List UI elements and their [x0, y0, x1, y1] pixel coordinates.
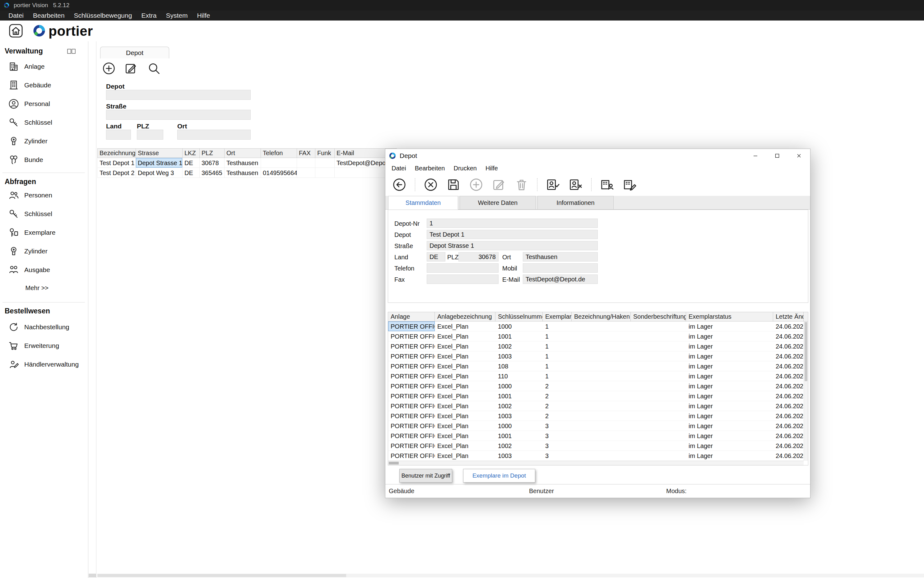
table-row[interactable]: Test Depot 2 Depot Weg 3 DE 365465 Testh…	[97, 168, 397, 178]
email-input[interactable]	[523, 274, 598, 284]
edit-icon[interactable]	[492, 177, 506, 192]
filter-ort-input[interactable]	[177, 130, 251, 140]
sidebar-item[interactable]: Zylinder	[0, 132, 88, 151]
add-icon[interactable]	[469, 177, 483, 192]
tab-weitere-daten[interactable]: Weitere Daten	[460, 196, 536, 209]
horizontal-scrollbar[interactable]	[97, 574, 924, 577]
user-access-add-icon[interactable]	[546, 177, 560, 192]
horizontal-scrollbar[interactable]	[388, 461, 804, 465]
column-header[interactable]: Anlagebezeichnung	[435, 312, 495, 321]
table-row[interactable]: PORTIER OFFICE Excel_Plan 1001 3 im Lage…	[388, 431, 808, 441]
panel-toggle-icon[interactable]	[67, 48, 76, 55]
tab-depot[interactable]: Depot	[100, 47, 169, 58]
sidebar-item[interactable]: Personen	[0, 186, 88, 205]
land-input[interactable]	[427, 252, 445, 261]
table-row[interactable]: PORTIER OFFICE Excel_Plan 1003 2 im Lage…	[388, 411, 808, 421]
column-header[interactable]: Bezeichnung	[97, 149, 136, 158]
filter-depot-input[interactable]	[106, 90, 251, 100]
more-link[interactable]: Mehr >>	[26, 284, 49, 292]
vertical-scrollbar-thumb[interactable]	[805, 322, 807, 381]
add-depot-button[interactable]	[102, 62, 116, 75]
sidebar-item[interactable]: Personal	[0, 94, 88, 113]
close-button[interactable]	[792, 151, 806, 161]
table-row[interactable]: Test Depot 1 Depot Strasse 1 DE 30678 Te…	[97, 158, 397, 168]
column-header[interactable]: PLZ	[200, 149, 224, 158]
table-row[interactable]: PORTIER OFFICE Excel_Plan 1001 1 im Lage…	[388, 331, 808, 341]
sidebar-item[interactable]: Nachbestellung	[0, 318, 88, 336]
depot-input[interactable]	[427, 230, 598, 239]
tab-stammdaten[interactable]: Stammdaten	[388, 196, 458, 209]
column-header[interactable]: Telefon	[261, 149, 297, 158]
depot-nr-input[interactable]	[427, 219, 598, 228]
mobil-input[interactable]	[523, 263, 598, 273]
table-row[interactable]: PORTIER OFFICE Excel_Plan 110 1 im Lager…	[388, 371, 808, 381]
maximize-button[interactable]	[770, 151, 784, 161]
column-header[interactable]: LKZ	[183, 149, 200, 158]
filter-plz-input[interactable]	[137, 130, 163, 140]
sidebar-item[interactable]: Ausgabe	[0, 261, 88, 279]
column-header[interactable]: Letzte Ände	[773, 312, 804, 321]
home-button[interactable]	[9, 24, 23, 38]
column-header[interactable]: Exemplarstatus	[686, 312, 773, 321]
strasse-input[interactable]	[427, 241, 598, 250]
plz-input[interactable]	[458, 252, 499, 261]
sidebar-item[interactable]: Erweiterung	[0, 336, 88, 355]
sidebar-item[interactable]: Händlerverwaltung	[0, 355, 88, 374]
depot-edit-icon[interactable]	[623, 177, 637, 192]
menu-item[interactable]: Bearbeiten	[28, 11, 69, 21]
menu-item[interactable]: Schlüsselbewegung	[69, 11, 137, 21]
column-header[interactable]: Ort	[224, 149, 261, 158]
menu-item[interactable]: Drucken	[449, 162, 481, 174]
cancel-icon[interactable]	[424, 177, 438, 192]
table-row[interactable]: PORTIER OFFICE Excel_Plan 1002 1 im Lage…	[388, 341, 808, 351]
column-header[interactable]: Strasse	[136, 149, 183, 158]
sidebar-item[interactable]: Zylinder	[0, 242, 88, 261]
tab-informationen[interactable]: Informationen	[538, 196, 614, 209]
menu-item[interactable]: Extra	[136, 11, 161, 21]
sidebar-item[interactable]: Schlüssel	[0, 205, 88, 223]
table-row[interactable]: PORTIER OFFICE Excel_Plan 1002 2 im Lage…	[388, 401, 808, 411]
horizontal-scrollbar-thumb[interactable]	[389, 462, 399, 464]
user-access-remove-icon[interactable]	[568, 177, 583, 192]
sidebar-item[interactable]: Anlage	[0, 57, 88, 76]
search-icon[interactable]	[147, 62, 161, 75]
filter-land-input[interactable]	[106, 130, 131, 140]
table-row[interactable]: PORTIER OFFICE Excel_Plan 1000 1 im Lage…	[388, 321, 808, 331]
back-icon[interactable]	[392, 177, 406, 192]
depot-user-add-icon[interactable]	[600, 177, 614, 192]
table-row[interactable]: PORTIER OFFICE Excel_Plan 1003 3 im Lage…	[388, 451, 808, 461]
dialog-titlebar[interactable]: Depot	[385, 149, 810, 162]
fax-input[interactable]	[427, 274, 499, 284]
filter-strasse-input[interactable]	[106, 110, 251, 120]
sidebar-item[interactable]: Gebäude	[0, 76, 88, 94]
telefon-input[interactable]	[427, 263, 499, 273]
sidebar-item[interactable]: Exemplare	[0, 223, 88, 242]
menu-item[interactable]: Bearbeiten	[411, 162, 450, 174]
ort-input[interactable]	[523, 252, 598, 261]
column-header[interactable]: Exemplar	[543, 312, 572, 321]
table-row[interactable]: PORTIER OFFICE Excel_Plan 108 1 im Lager…	[388, 361, 808, 371]
menu-item[interactable]: Datei	[4, 11, 28, 21]
sidebar-item[interactable]: Bunde	[0, 151, 88, 169]
column-header[interactable]: FAX	[297, 149, 315, 158]
save-icon[interactable]	[446, 177, 461, 192]
edit-depot-button[interactable]	[124, 62, 138, 75]
horizontal-scrollbar-thumb[interactable]	[97, 574, 346, 577]
column-header[interactable]: Schlüsselnummer	[495, 312, 543, 321]
menu-item[interactable]: Datei	[387, 162, 411, 174]
minimize-button[interactable]	[749, 151, 762, 161]
table-row[interactable]: PORTIER OFFICE Excel_Plan 1003 1 im Lage…	[388, 351, 808, 361]
table-row[interactable]: PORTIER OFFICE Excel_Plan 1000 2 im Lage…	[388, 381, 808, 391]
column-header[interactable]: Anlage	[388, 312, 435, 321]
menu-item[interactable]: Hilfe	[481, 162, 502, 174]
window-titlebar[interactable]: portier Vision 5.2.12	[0, 0, 924, 11]
vertical-scrollbar[interactable]	[804, 321, 808, 461]
table-row[interactable]: PORTIER OFFICE Excel_Plan 1001 2 im Lage…	[388, 391, 808, 401]
delete-icon[interactable]	[515, 177, 529, 192]
column-header[interactable]: Funk	[315, 149, 335, 158]
table-row[interactable]: PORTIER OFFICE Excel_Plan 1000 3 im Lage…	[388, 421, 808, 431]
menu-item[interactable]: Hilfe	[192, 11, 214, 21]
tab-exemplare-im-depot[interactable]: Exemplare im Depot	[463, 469, 535, 482]
menu-item[interactable]: System	[161, 11, 192, 21]
column-header[interactable]: Sonderbeschriftung	[631, 312, 686, 321]
